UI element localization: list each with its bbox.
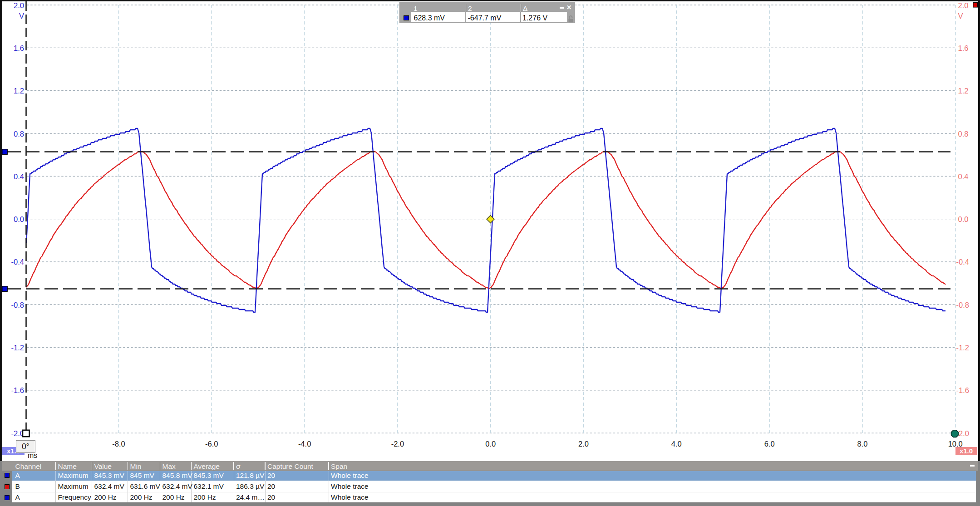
svg-text:0.0: 0.0 — [485, 440, 496, 448]
svg-text:V: V — [958, 12, 963, 20]
svg-text:1.6: 1.6 — [14, 44, 24, 52]
svg-text:0.4: 0.4 — [14, 172, 24, 181]
svg-text:-2.0: -2.0 — [391, 440, 404, 448]
svg-text:-8.0: -8.0 — [112, 440, 125, 448]
svg-text:0.4: 0.4 — [958, 172, 969, 181]
svg-text:V: V — [19, 12, 24, 20]
svg-text:8.0: 8.0 — [857, 440, 867, 448]
svg-text:0.8: 0.8 — [14, 130, 24, 138]
svg-text:2.0: 2.0 — [14, 1, 24, 10]
svg-text:4.0: 4.0 — [671, 440, 682, 448]
svg-text:-1.6: -1.6 — [956, 386, 969, 394]
svg-text:0.8: 0.8 — [958, 130, 969, 138]
svg-text:1.6: 1.6 — [958, 44, 969, 52]
svg-text:-1.2: -1.2 — [11, 344, 24, 352]
svg-text:0.0: 0.0 — [958, 215, 969, 223]
svg-text:1.2: 1.2 — [14, 87, 24, 95]
svg-text:-0.8: -0.8 — [11, 301, 24, 309]
svg-text:-1.6: -1.6 — [11, 386, 24, 394]
svg-text:-6.0: -6.0 — [205, 440, 218, 448]
svg-text:1.2: 1.2 — [958, 87, 969, 95]
svg-text:-0.8: -0.8 — [956, 301, 969, 309]
svg-text:6.0: 6.0 — [764, 440, 775, 448]
svg-text:2.0: 2.0 — [578, 440, 589, 448]
svg-text:-4.0: -4.0 — [298, 440, 311, 448]
svg-text:2.0: 2.0 — [958, 1, 969, 10]
svg-text:-0.4: -0.4 — [11, 258, 24, 266]
svg-text:-0.4: -0.4 — [956, 258, 969, 266]
svg-text:-1.2: -1.2 — [956, 344, 969, 352]
svg-text:0.0: 0.0 — [14, 215, 24, 223]
